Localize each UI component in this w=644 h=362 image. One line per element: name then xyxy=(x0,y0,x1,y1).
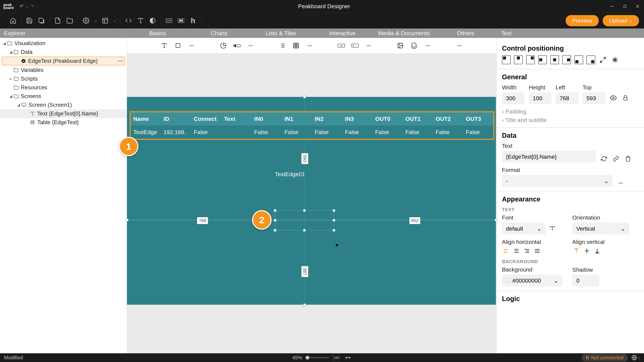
collapse-icon[interactable]: ◢ xyxy=(8,50,13,54)
lock-icon[interactable] xyxy=(621,94,630,102)
shrink-icon[interactable] xyxy=(611,55,619,64)
pos-top-center-icon[interactable] xyxy=(514,55,523,64)
zoom-thumb[interactable] xyxy=(306,356,309,360)
align-justify-icon[interactable] xyxy=(533,247,541,255)
tree-variables[interactable]: Variables xyxy=(0,66,127,74)
preview-button[interactable]: Preview xyxy=(566,15,599,26)
expand-icon[interactable] xyxy=(598,55,607,64)
settings-icon[interactable] xyxy=(82,16,90,25)
grid-icon[interactable] xyxy=(292,41,300,50)
delete-icon[interactable] xyxy=(624,155,632,163)
tab-media[interactable]: Media & Documents xyxy=(373,28,435,38)
font-edit-icon[interactable] xyxy=(548,225,556,233)
templates-icon[interactable] xyxy=(101,16,109,25)
link-icon[interactable] xyxy=(612,155,620,163)
zoom-slider[interactable] xyxy=(306,357,329,358)
height-input[interactable] xyxy=(529,92,552,104)
more-icon[interactable]: ••• xyxy=(424,41,432,50)
chevron-down-icon[interactable]: ⌄ xyxy=(94,18,97,23)
rect-control-icon[interactable] xyxy=(174,41,182,50)
chevron-down-icon[interactable]: ⌄ xyxy=(113,18,116,23)
tree-scripts[interactable]: ▸Scripts xyxy=(0,74,127,83)
orientation-select[interactable]: Vertical⌄ xyxy=(572,223,630,235)
guide-handle[interactable] xyxy=(303,304,306,306)
undo-icon[interactable]: ↶ xyxy=(20,3,24,9)
align-left-icon[interactable] xyxy=(502,247,510,255)
pos-mid-left-icon[interactable] xyxy=(538,55,547,64)
left-input[interactable] xyxy=(556,92,578,104)
collapse-icon[interactable]: ◢ xyxy=(8,94,13,98)
selected-text-control[interactable]: TestEdge01 xyxy=(275,171,334,184)
close-icon[interactable] xyxy=(634,3,641,9)
open-folder-icon[interactable] xyxy=(66,16,74,25)
tab-basics[interactable]: Basics xyxy=(127,28,188,38)
pos-center-icon[interactable] xyxy=(550,55,559,64)
tree-data[interactable]: ◢Data xyxy=(0,48,127,56)
align-center-icon[interactable] xyxy=(512,247,520,255)
text-control-icon[interactable] xyxy=(160,41,168,50)
width-input[interactable] xyxy=(502,92,525,104)
visibility-icon[interactable] xyxy=(609,94,617,102)
tab-others[interactable]: Others xyxy=(435,28,496,38)
more-icon[interactable]: ••• xyxy=(306,41,314,50)
pos-top-right-icon[interactable] xyxy=(526,55,535,64)
align-middle-icon[interactable] xyxy=(583,247,591,255)
h-icon[interactable]: h xyxy=(189,16,197,25)
align-top-icon[interactable] xyxy=(572,247,580,255)
tab-charts[interactable]: Charts xyxy=(188,28,250,38)
background-input[interactable]: #00000000⌄ xyxy=(502,275,562,287)
theme-icon[interactable] xyxy=(148,16,157,25)
pie-chart-icon[interactable] xyxy=(219,41,227,50)
fit-width-icon[interactable] xyxy=(344,354,352,362)
pos-bot-left-icon[interactable] xyxy=(574,55,583,64)
home-icon[interactable] xyxy=(9,16,17,25)
canvas-stage[interactable]: 593 387 Name ID Connect Text IN0 IN1 IN2… xyxy=(127,53,496,353)
undo-dropdown-icon[interactable]: ⌄ xyxy=(26,4,28,8)
connection-status[interactable]: h Not connected xyxy=(582,354,628,362)
shadow-input[interactable] xyxy=(572,275,599,287)
font-select[interactable]: default⌄ xyxy=(502,223,546,235)
save-icon[interactable] xyxy=(25,16,33,25)
button-icon[interactable]: OK xyxy=(337,41,345,50)
top-input[interactable] xyxy=(582,92,605,104)
redo-icon[interactable]: ↷ xyxy=(30,3,34,9)
guide-handle[interactable] xyxy=(495,219,498,221)
tab-interactive[interactable]: Interactive xyxy=(312,28,373,38)
list-icon[interactable] xyxy=(278,41,286,50)
more-icon[interactable]: ••• xyxy=(365,41,373,50)
more-icon[interactable]: ••• xyxy=(455,41,464,50)
align-bottom-icon[interactable] xyxy=(593,247,601,255)
barcode-icon[interactable] xyxy=(165,16,173,25)
image-icon[interactable] xyxy=(396,41,404,50)
input-icon[interactable] xyxy=(351,41,359,50)
globe-icon[interactable]: ⌄ xyxy=(632,354,640,362)
zoom-100-icon[interactable]: 100 xyxy=(332,354,340,362)
title-disclosure[interactable]: › Title and subtitle xyxy=(502,117,639,123)
tree-text-item[interactable]: Text {EdgeTest[0].Name} xyxy=(0,109,127,118)
save-all-icon[interactable] xyxy=(38,16,46,25)
tree-data-item[interactable]: EdgeTest (Peakboard Edge)••• xyxy=(2,57,125,65)
text-value-input[interactable] xyxy=(502,151,596,163)
padding-disclosure[interactable]: › Padding xyxy=(502,108,639,115)
font-icon[interactable] xyxy=(136,16,144,25)
more-icon[interactable]: ••• xyxy=(247,41,255,50)
canvas-table[interactable]: Name ID Connect Text IN0 IN1 IN2 IN3 OUT… xyxy=(130,111,494,140)
guide-handle[interactable] xyxy=(126,219,128,221)
more-icon[interactable]: ••• xyxy=(617,179,625,187)
tab-lists[interactable]: Lists & Tiles xyxy=(250,28,312,38)
tree-resources[interactable]: Resources xyxy=(0,83,127,92)
tree-visualization[interactable]: ◢Visualization xyxy=(0,39,127,48)
gauge-icon[interactable] xyxy=(233,41,241,50)
tree-screens[interactable]: ◢Screens xyxy=(0,92,127,100)
more-icon[interactable]: ••• xyxy=(118,58,123,64)
pos-mid-right-icon[interactable] xyxy=(562,55,571,64)
upload-button[interactable]: Upload ⌄ xyxy=(603,15,639,26)
tree-screen1[interactable]: ◢Screen (Screen1) xyxy=(0,100,127,109)
pos-bot-right-icon[interactable] xyxy=(586,55,595,64)
collapse-icon[interactable]: ◢ xyxy=(16,103,21,107)
pdf-icon[interactable]: PDF xyxy=(410,41,418,50)
redo-dropdown-icon[interactable]: ⌄ xyxy=(36,4,39,8)
pos-top-left-icon[interactable] xyxy=(502,55,511,64)
tree-table-item[interactable]: Table {EdgeTest} xyxy=(0,118,127,127)
more-icon[interactable]: ••• xyxy=(188,41,196,50)
